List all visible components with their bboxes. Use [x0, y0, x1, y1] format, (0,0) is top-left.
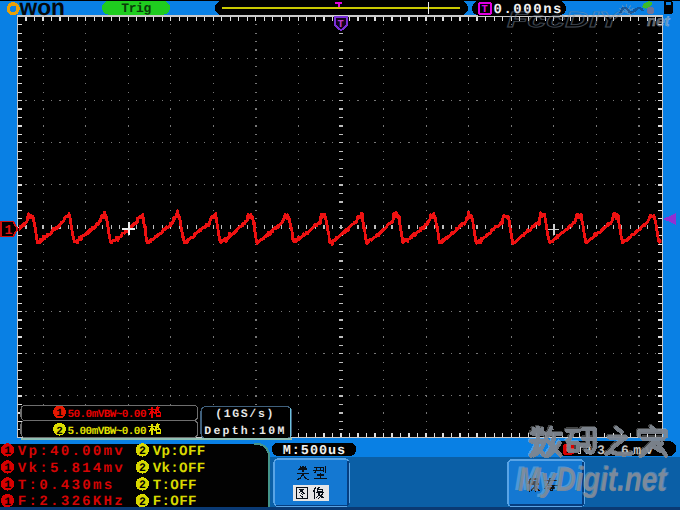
svg-text:Vk:OFF: Vk:OFF [153, 461, 206, 477]
svg-text:M:500us: M:500us [283, 444, 346, 459]
svg-text:2: 2 [139, 445, 146, 458]
svg-text:1: 1 [4, 445, 11, 458]
svg-text:(1GS/s): (1GS/s) [215, 408, 273, 421]
svg-text:1: 1 [4, 496, 11, 509]
svg-text:MyDigit.net: MyDigit.net [518, 461, 667, 499]
svg-text:50.0mVBW~0.00: 50.0mVBW~0.00 [68, 409, 147, 421]
svg-text:won: won [19, 0, 65, 20]
svg-text:Depth:10M: Depth:10M [204, 425, 284, 438]
svg-text:Vk:5.814mv: Vk:5.814mv [18, 461, 123, 477]
svg-text:2: 2 [139, 462, 146, 475]
svg-text:T:0.430ms: T:0.430ms [18, 478, 113, 494]
svg-text:5.00mVBW~0.00: 5.00mVBW~0.00 [68, 426, 147, 438]
svg-text:Vp:40.00mv: Vp:40.00mv [18, 444, 123, 460]
svg-text:Vp:OFF: Vp:OFF [153, 444, 206, 460]
svg-text:1: 1 [4, 462, 11, 475]
svg-text:1: 1 [4, 479, 11, 492]
svg-text:net: net [647, 13, 671, 30]
svg-text:1: 1 [4, 224, 12, 239]
svg-text:1: 1 [56, 408, 63, 420]
svg-text:T:OFF: T:OFF [153, 478, 197, 494]
svg-text:Trig: Trig [121, 1, 151, 16]
svg-text:T: T [338, 19, 344, 31]
svg-text:F:OFF: F:OFF [153, 494, 197, 510]
svg-text:T: T [481, 4, 487, 16]
svg-text:2: 2 [139, 496, 146, 509]
svg-text:FccDIY: FccDIY [507, 7, 625, 32]
svg-text:2: 2 [56, 426, 63, 438]
svg-text:2: 2 [139, 479, 146, 492]
